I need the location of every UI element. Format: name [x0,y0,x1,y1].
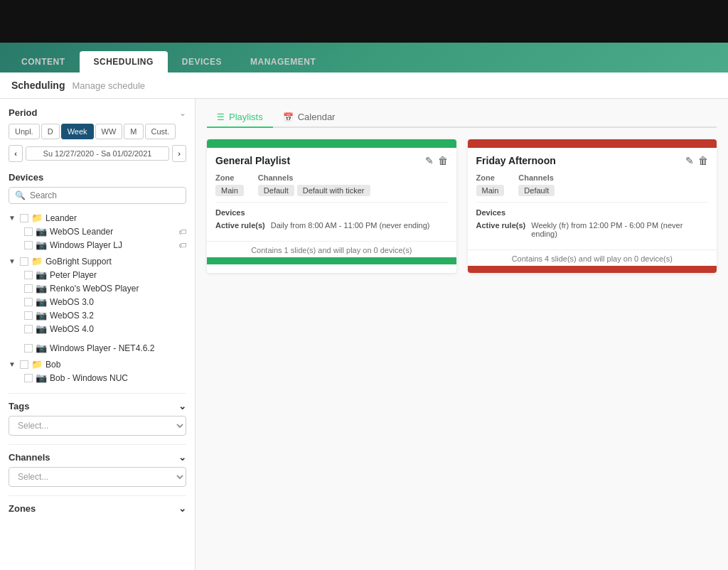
tree-group-leander: ▼ 📁 Leander 📷 WebOS Leander 🏷 [9,211,186,252]
channel-tag-1: Default [518,185,555,196]
list-item[interactable]: 📷 Windows Player LJ 🏷 [24,238,186,252]
playlist-card-friday: Friday Afternoon ✎ 🗑 Zone [468,139,717,273]
tab-calendar-label: Calendar [298,112,336,122]
group-name-bob: Bob [46,360,60,370]
rule-row: Active rule(s) Daily from 8:00 AM - 11:0… [215,221,448,230]
list-item[interactable]: 📷 WebOS Leander 🏷 [24,225,186,238]
rule-value: Daily from 8:00 AM - 11:00 PM (never end… [271,221,430,230]
manage-schedule-link[interactable]: Manage schedule [72,80,145,91]
tree-checkbox[interactable] [24,271,33,279]
period-btn-d[interactable]: D [41,124,60,139]
tab-scheduling[interactable]: SCHEDULING [80,51,168,72]
delete-button-general[interactable]: 🗑 [438,155,448,166]
period-label: Period [9,107,37,118]
tab-playlists[interactable]: ☰ Playlists [207,107,273,128]
channels-col: Channels Default Default with ticker [258,173,370,196]
rule-key: Active rule(s) [476,221,526,230]
zone-col: Zone Main [215,173,244,196]
period-btn-cust[interactable]: Cust. [145,124,176,139]
rule-key: Active rule(s) [215,221,265,230]
tree-checkbox-gobright[interactable] [20,257,28,266]
tree-group-leander-header[interactable]: ▼ 📁 Leander [9,211,186,225]
tree-checkbox[interactable] [24,311,33,320]
zones-chevron-icon: ⌄ [178,503,186,514]
tree-items-leander: 📷 WebOS Leander 🏷 📷 Windows Player LJ 🏷 [9,225,186,252]
group-name-leander: Leander [46,213,77,223]
tree-toggle-gobright[interactable]: ▼ [9,257,17,265]
date-nav: ‹ Su 12/27/2020 - Sa 01/02/2021 › [9,145,186,162]
channels-tags: Default Default with ticker [258,185,370,196]
tab-calendar[interactable]: 📅 Calendar [273,107,346,128]
list-item[interactable]: 📷 Windows Player - NET4.6.2 [24,341,186,355]
zones-label: Zones [9,503,36,514]
tree-toggle-bob[interactable]: ▼ [9,360,17,368]
period-btn-ww[interactable]: WW [95,124,123,139]
tags-select[interactable]: Select... [9,416,186,436]
tab-content[interactable]: CONTENT [7,51,80,72]
device-name: Windows Player - NET4.6.2 [50,343,186,353]
channels-label: Channels [258,173,370,182]
channels-select[interactable]: Select... [9,467,186,487]
card-footer-text-friday: Contains 4 slide(s) and will play on 0 d… [468,249,717,266]
list-item[interactable]: 📷 WebOS 3.2 [24,308,186,322]
tree-items-gobright: 📷 Peter Player 📷 Renko's WebOS Player 📷 [9,268,186,355]
list-item[interactable]: 📷 Peter Player [24,268,186,281]
search-input[interactable] [30,190,180,200]
folder-icon: 📁 [31,359,43,370]
tag-icon: 🏷 [178,241,186,249]
period-btn-m[interactable]: M [124,124,143,139]
list-item[interactable]: 📷 Renko's WebOS Player [24,281,186,295]
channels-col: Channels Default [518,173,555,196]
channels-label: Channels [518,173,555,182]
tags-chevron-icon: ⌄ [178,401,186,412]
list-item[interactable]: 📷 Bob - Windows NUC [24,371,186,385]
zones-header[interactable]: Zones ⌄ [9,503,186,514]
tree-checkbox[interactable] [24,344,33,353]
period-btn-unpl[interactable]: Unpl. [9,124,40,139]
zone-label: Zone [476,173,505,182]
rule-row: Active rule(s) Weekly (fr) from 12:00 PM… [476,221,709,238]
tree-checkbox[interactable] [24,298,33,306]
playlist-card-general: General Playlist ✎ 🗑 Zone [207,139,456,273]
tab-playlists-label: Playlists [229,112,263,122]
tree-checkbox[interactable] [24,227,33,236]
tree-checkbox[interactable] [24,374,33,382]
sidebar: Period ⌄ Unpl. D Week WW M Cust. ‹ Su 12… [0,99,196,570]
tags-header[interactable]: Tags ⌄ [9,401,186,412]
card-divider [476,202,709,203]
period-btn-week[interactable]: Week [61,124,94,139]
card-actions: ✎ 🗑 [685,155,708,166]
period-header: Period ⌄ [9,107,186,118]
date-next-button[interactable]: › [172,145,186,162]
tree-checkbox[interactable] [24,241,33,249]
tree-checkbox[interactable] [24,284,33,293]
tree-group-bob-header[interactable]: ▼ 📁 Bob [9,357,186,371]
device-name: Renko's WebOS Player [50,284,186,294]
edit-button-general[interactable]: ✎ [425,155,434,166]
tree-checkbox-bob[interactable] [20,360,28,369]
channel-tag-1: Default [258,185,294,196]
spacer [24,335,186,341]
right-panel: ☰ Playlists 📅 Calendar [196,99,728,570]
tree-checkbox-leander[interactable] [20,214,28,222]
device-name: Peter Player [50,270,186,280]
delete-button-friday[interactable]: 🗑 [698,155,708,166]
tab-management[interactable]: MANAGEMENT [236,51,330,72]
period-chevron-icon[interactable]: ⌄ [179,108,186,118]
list-item[interactable]: 📷 WebOS 4.0 [24,322,186,335]
tag-icon: 🏷 [178,227,186,236]
list-item[interactable]: 📷 WebOS 3.0 [24,295,186,308]
channels-label: Channels [9,452,50,463]
monitor-icon: 📷 [36,296,47,307]
zone-col: Zone Main [476,173,505,196]
channels-tags: Default [518,185,555,196]
tree-group-gobright-header[interactable]: ▼ 📁 GoBright Support [9,254,186,268]
monitor-icon: 📷 [36,323,47,334]
tree-items-bob: 📷 Bob - Windows NUC [9,371,186,385]
channels-header[interactable]: Channels ⌄ [9,452,186,463]
tree-toggle-leander[interactable]: ▼ [9,214,17,222]
tab-devices[interactable]: DEVICES [168,51,236,72]
edit-button-friday[interactable]: ✎ [685,155,694,166]
tree-checkbox[interactable] [24,325,33,333]
date-prev-button[interactable]: ‹ [9,145,23,162]
